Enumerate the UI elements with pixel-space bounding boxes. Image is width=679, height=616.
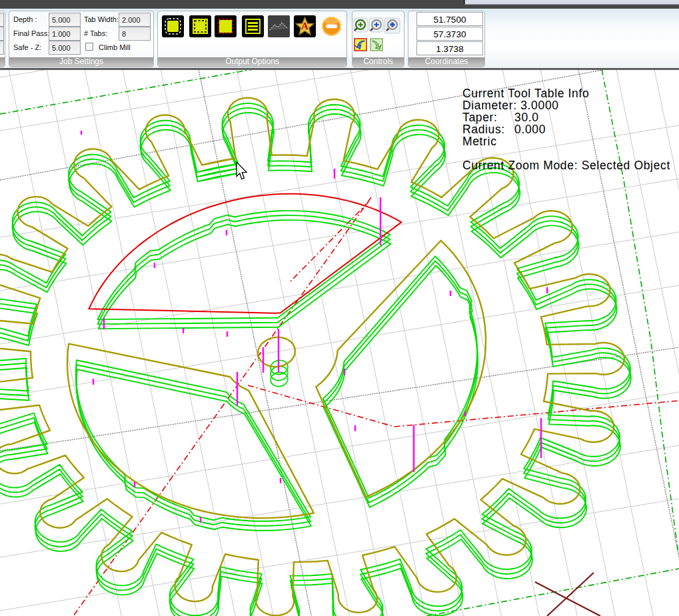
svg-text:Metric: Metric bbox=[462, 135, 497, 148]
svg-text:Current Tool Table Info: Current Tool Table Info bbox=[462, 87, 589, 100]
svg-text:Taper:: Taper: bbox=[462, 111, 498, 124]
svg-text:Diameter: 3.0000: Diameter: 3.0000 bbox=[462, 99, 559, 112]
svg-text:Current Zoom Mode: Selected Ob: Current Zoom Mode: Selected Object bbox=[462, 159, 670, 172]
svg-text:A: A bbox=[301, 21, 309, 31]
svg-text:0.000: 0.000 bbox=[514, 123, 546, 136]
svg-text:Radius:: Radius: bbox=[462, 123, 505, 136]
svg-text:30.0: 30.0 bbox=[514, 111, 539, 124]
